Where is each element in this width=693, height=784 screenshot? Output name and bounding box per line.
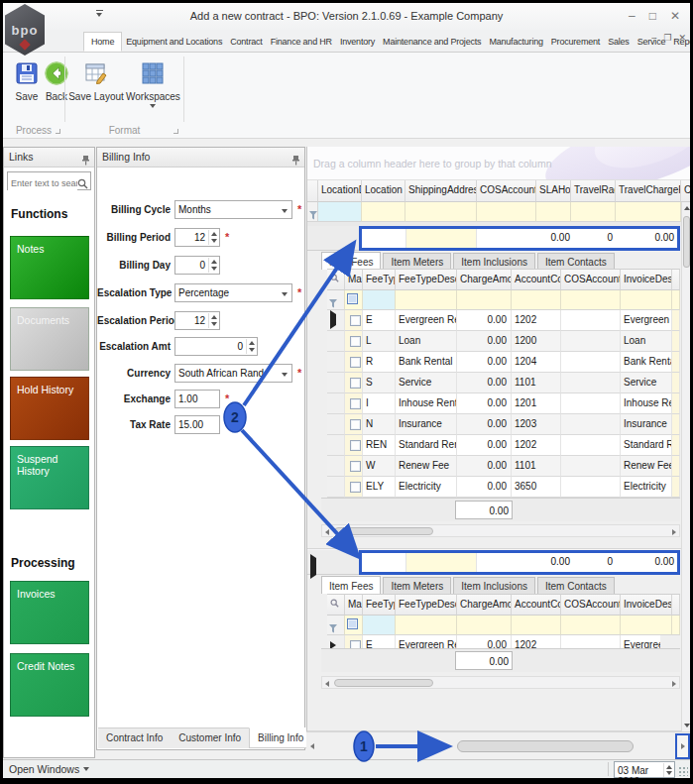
marked-cell[interactable] xyxy=(345,414,363,435)
column-header[interactable]: ShippingAddress xyxy=(405,180,477,202)
fee-type-desc-cell[interactable]: Renew Fee xyxy=(396,456,457,477)
column-header[interactable]: Cata xyxy=(681,180,690,202)
scroll-up-icon[interactable] xyxy=(684,206,690,210)
marked-cell[interactable] xyxy=(345,635,363,648)
fee-table-row[interactable]: R Bank Rental 0.00 1204 Bank Rental xyxy=(327,352,680,373)
column-header[interactable]: FeeTypeDesc xyxy=(396,269,457,290)
marked-cell[interactable] xyxy=(345,331,363,352)
column-header[interactable]: ChargeAmount xyxy=(457,594,512,616)
detail-tab[interactable]: Item Inclusions xyxy=(453,577,535,595)
minimize-button[interactable]: – xyxy=(629,3,635,30)
cos-account-code-cell[interactable] xyxy=(561,373,621,393)
filter-icon-cell[interactable] xyxy=(327,290,345,310)
filter-cell[interactable] xyxy=(405,202,477,222)
detail-tab[interactable]: Item Meters xyxy=(383,577,451,595)
invoice-description-cell[interactable]: Evergreen Renta xyxy=(621,635,660,648)
format-dialog-launcher-icon[interactable] xyxy=(173,129,178,134)
currency-dropdown[interactable]: South African Rand xyxy=(174,364,292,383)
child-minimize-button[interactable]: – xyxy=(651,33,656,43)
tax-rate-field[interactable]: 15.00 xyxy=(174,415,220,434)
account-code-cell[interactable]: 1202 xyxy=(512,635,561,648)
fee-type-desc-cell[interactable]: Standard Rentals xyxy=(396,435,457,456)
scrollbar-thumb[interactable] xyxy=(457,740,634,752)
spinner-icons[interactable] xyxy=(663,763,673,777)
fee-table-row[interactable]: REN Standard Rentals 0.00 1202 Standard … xyxy=(327,435,680,456)
account-code-cell[interactable]: 3650 xyxy=(512,477,561,498)
fee-type-cell[interactable]: L xyxy=(363,331,396,352)
ribbon-tab[interactable]: Maintenance and Projects xyxy=(379,33,485,52)
column-header[interactable]: AccountCode xyxy=(512,269,561,290)
detail-tab[interactable]: Item Fees xyxy=(321,252,381,270)
escalation-type-dropdown[interactable]: Percentage xyxy=(174,283,292,302)
date-picker[interactable]: 03 Mar 2019 xyxy=(614,761,675,778)
fee-type-cell[interactable]: E xyxy=(363,310,396,331)
ribbon-tab[interactable]: Finance and HR xyxy=(267,33,336,52)
cos-account-code-cell[interactable] xyxy=(561,393,621,414)
filter-cell[interactable] xyxy=(318,202,362,222)
filter-cell[interactable] xyxy=(396,290,457,310)
filter-cell[interactable] xyxy=(621,290,672,310)
marked-cell[interactable] xyxy=(345,435,363,456)
workspaces-button[interactable]: Workspaces xyxy=(126,56,179,108)
fee-type-cell[interactable]: S xyxy=(363,373,396,393)
fee-type-cell[interactable]: N xyxy=(363,414,396,435)
links-search-box[interactable] xyxy=(7,171,91,190)
fee-type-cell[interactable]: W xyxy=(363,456,396,477)
bottom-horizontal-scrollbar[interactable] xyxy=(306,731,690,759)
column-header[interactable]: Marked xyxy=(345,594,363,616)
shipping-address-cell[interactable] xyxy=(405,229,477,248)
fee-type-desc-cell[interactable]: Bank Rental xyxy=(396,352,457,373)
filter-cell[interactable] xyxy=(512,616,561,635)
charge-amount-cell[interactable]: 0.00 xyxy=(457,393,512,414)
column-header[interactable]: TravelChargeRate xyxy=(616,180,681,202)
ribbon-tab[interactable]: Home xyxy=(83,32,122,52)
spinner-icons[interactable] xyxy=(208,230,218,245)
processing-link-button[interactable]: Credit Notes xyxy=(10,653,89,717)
account-code-cell[interactable]: 1202 xyxy=(512,310,561,331)
invoice-description-cell[interactable]: Bank Rental xyxy=(621,352,672,373)
fee-table-row[interactable]: I Inhouse Rental 0.00 1201 Inhouse Renta… xyxy=(327,393,680,414)
scrollbar-thumb[interactable] xyxy=(683,216,690,268)
filter-cell[interactable] xyxy=(363,616,396,635)
scroll-right-icon[interactable] xyxy=(681,743,685,749)
spinner-icons[interactable] xyxy=(208,258,218,273)
scrollbar-thumb[interactable] xyxy=(334,527,433,535)
panel-tab[interactable]: Billing Info xyxy=(249,728,312,748)
detail-tab[interactable]: Item Contacts xyxy=(537,577,615,595)
marked-cell[interactable] xyxy=(345,393,363,414)
cos-account-code-cell[interactable] xyxy=(561,635,621,648)
charge-amount-cell[interactable]: 0.00 xyxy=(457,352,512,373)
checkbox[interactable] xyxy=(350,398,361,409)
checkbox[interactable] xyxy=(350,378,361,389)
filter-icon-cell[interactable] xyxy=(327,616,345,635)
fee-type-desc-cell[interactable]: Electricity xyxy=(396,477,457,498)
function-link-button[interactable]: Notes xyxy=(10,236,89,299)
cos-account-code-cell[interactable] xyxy=(561,352,621,373)
marked-cell[interactable] xyxy=(345,352,363,373)
ribbon-tab[interactable]: Sales xyxy=(604,33,634,52)
column-header[interactable]: COSAccountCode xyxy=(477,180,536,202)
checkbox[interactable] xyxy=(350,336,361,347)
function-link-button[interactable]: Documents xyxy=(10,307,89,371)
account-code-cell[interactable]: 1101 xyxy=(512,373,561,393)
column-header[interactable]: InvoiceDescription xyxy=(621,269,672,290)
pin-icon[interactable] xyxy=(82,153,89,171)
fee-table-row[interactable]: E Evergreen Rental 0.00 1202 Evergreen R… xyxy=(327,635,660,648)
fee-type-desc-cell[interactable]: Service xyxy=(396,373,457,393)
checkbox[interactable] xyxy=(350,315,361,326)
cos-account-code-cell[interactable] xyxy=(561,414,621,435)
processing-link-button[interactable]: Invoices xyxy=(10,581,89,644)
checkbox[interactable] xyxy=(350,357,361,368)
column-header[interactable]: FeeTypeDesc xyxy=(396,594,457,616)
billing-period-stepper[interactable]: 12 xyxy=(174,228,220,247)
column-header[interactable]: Marked xyxy=(345,269,363,290)
account-code-cell[interactable]: 1201 xyxy=(512,393,561,414)
marked-cell[interactable] xyxy=(345,310,363,331)
ribbon-tab[interactable]: Procurement xyxy=(547,33,604,52)
child-close-button[interactable]: ✕ xyxy=(678,33,686,43)
scroll-right-icon[interactable] xyxy=(672,681,676,687)
save-layout-button[interactable]: Save Layout xyxy=(68,56,124,102)
account-code-cell[interactable]: 1200 xyxy=(512,331,561,352)
checkbox[interactable] xyxy=(350,461,361,472)
filter-cell[interactable] xyxy=(561,290,621,310)
